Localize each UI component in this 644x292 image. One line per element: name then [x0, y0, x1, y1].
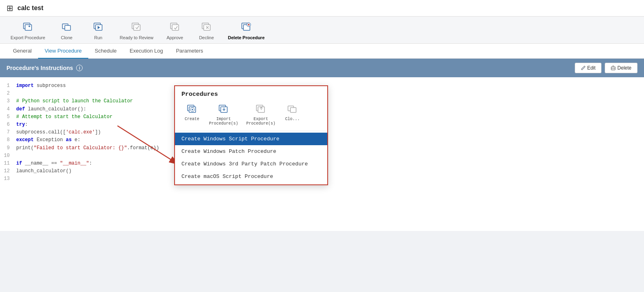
export-procedure-icon [23, 22, 33, 34]
line-number: 8 [0, 136, 16, 144]
toolbar-run-label: Run [94, 35, 102, 40]
toolbar-approve-label: Approve [166, 35, 183, 40]
tab-schedule[interactable]: Schedule [88, 44, 123, 59]
approve-icon [170, 22, 180, 34]
toolbar-run[interactable]: Run [84, 20, 113, 43]
create-label: Create [185, 117, 199, 121]
tab-parameters[interactable]: Parameters [169, 44, 209, 59]
create-procedure-icon [187, 104, 197, 116]
tabs-bar: General View Procedure Schedule Executio… [0, 44, 644, 59]
line-code: try: [16, 121, 28, 129]
app-title: calc test [17, 4, 43, 12]
line-code: if __name__ == "__main__": [16, 160, 92, 167]
popup-export-icon[interactable]: Export Procedure(s) [243, 103, 279, 127]
app-icon: ⊞ [6, 3, 13, 13]
popup-icons-row: Create Import Procedure(s) [175, 101, 327, 131]
toolbar-ready-to-review[interactable]: Ready to Review [116, 20, 158, 43]
line-number: 1 [0, 82, 16, 90]
line-code: print("Failed to start Calculator: {}".f… [16, 144, 159, 152]
toolbar-decline-label: Decline [199, 35, 214, 40]
tab-general[interactable]: General [6, 44, 38, 59]
edit-button[interactable]: Edit [575, 63, 602, 73]
line-number: 12 [0, 167, 16, 175]
export-procedures-label: Export Procedure(s) [246, 117, 275, 126]
line-code: subprocess.call(['calc.exe']) [16, 129, 101, 136]
toolbar-delete-label: Delete Procedure [228, 35, 264, 40]
popup-create-icon[interactable]: Create [180, 103, 204, 123]
info-icon[interactable]: i [76, 65, 83, 71]
menu-create-windows-script[interactable]: Create Windows Script Procedure [175, 133, 327, 145]
line-number: 2 [0, 90, 16, 97]
toolbar-delete-procedure[interactable]: Delete Procedure [224, 20, 269, 43]
line-number: 6 [0, 121, 16, 129]
tab-view-procedure[interactable]: View Procedure [38, 44, 88, 59]
line-code: # Attempt to start the Calculator [16, 113, 113, 121]
delete-procedure-icon [241, 22, 252, 34]
toolbar-ready-to-review-label: Ready to Review [120, 35, 154, 40]
main-content: Procedure's Instructions i Edit Delete 1… [0, 59, 644, 231]
top-bar: ⊞ calc test [0, 0, 644, 17]
delete-button[interactable]: Delete [605, 63, 638, 73]
code-area: 1import subprocess23# Python script to l… [0, 77, 644, 231]
line-code: def launch_calculator(): [16, 106, 86, 113]
line-code: # Python script to launch the Calculator [16, 97, 133, 105]
line-number: 11 [0, 160, 16, 167]
section-actions: Edit Delete [575, 63, 638, 73]
clone-popup-label: Clo... [285, 117, 300, 121]
ready-to-review-icon [131, 22, 142, 34]
run-icon [93, 22, 104, 34]
toolbar-clone[interactable]: Clone [53, 20, 81, 43]
line-number: 4 [0, 106, 16, 113]
section-title: Procedure's Instructions i [6, 65, 83, 71]
toolbar-export-procedure[interactable]: Export Procedure [6, 20, 49, 43]
import-label: Import Procedure(s) [209, 117, 238, 126]
line-number: 13 [0, 175, 16, 183]
decline-icon [201, 22, 212, 34]
delete-button-label: Delete [617, 65, 631, 71]
section-header: Procedure's Instructions i Edit Delete [0, 59, 644, 77]
edit-button-label: Edit [587, 65, 596, 71]
svg-rect-1 [25, 25, 32, 30]
toolbar-approve[interactable]: Approve [161, 20, 189, 43]
line-number: 3 [0, 97, 16, 105]
clone-icon [62, 22, 72, 34]
line-number: 10 [0, 152, 16, 160]
popup-menu-list: Create Windows Script Procedure Create W… [175, 131, 327, 184]
svg-rect-35 [290, 108, 296, 112]
line-number: 7 [0, 129, 16, 136]
import-procedures-icon [218, 104, 229, 116]
toolbar-decline[interactable]: Decline [192, 20, 221, 43]
toolbar-clone-label: Clone [61, 35, 73, 40]
toolbar: Export Procedure Clone Run [0, 17, 644, 44]
section-title-text: Procedure's Instructions [6, 65, 73, 71]
line-number: 9 [0, 144, 16, 152]
svg-rect-8 [134, 25, 140, 30]
line-code: launch_calculator() [16, 167, 72, 175]
line-code: import subprocess [16, 82, 66, 90]
menu-create-windows-3rd[interactable]: Create Windows 3rd Party Patch Procedure [175, 158, 327, 170]
svg-rect-3 [65, 25, 70, 30]
clone-popup-icon [287, 104, 298, 116]
line-code: except Exception as e: [16, 136, 80, 144]
procedures-popup: Procedures Create [174, 85, 328, 185]
toolbar-export-label: Export Procedure [11, 35, 45, 40]
popup-clone-icon[interactable]: Clo... [280, 103, 305, 123]
popup-title: Procedures [175, 86, 327, 101]
line-number: 5 [0, 113, 16, 121]
popup-import-icon[interactable]: Import Procedure(s) [206, 103, 241, 127]
export-procedures-icon [256, 104, 266, 116]
menu-create-windows-patch[interactable]: Create Windows Patch Procedure [175, 145, 327, 158]
tab-execution-log[interactable]: Execution Log [123, 44, 169, 59]
menu-create-macos-script[interactable]: Create macOS Script Procedure [175, 170, 327, 183]
